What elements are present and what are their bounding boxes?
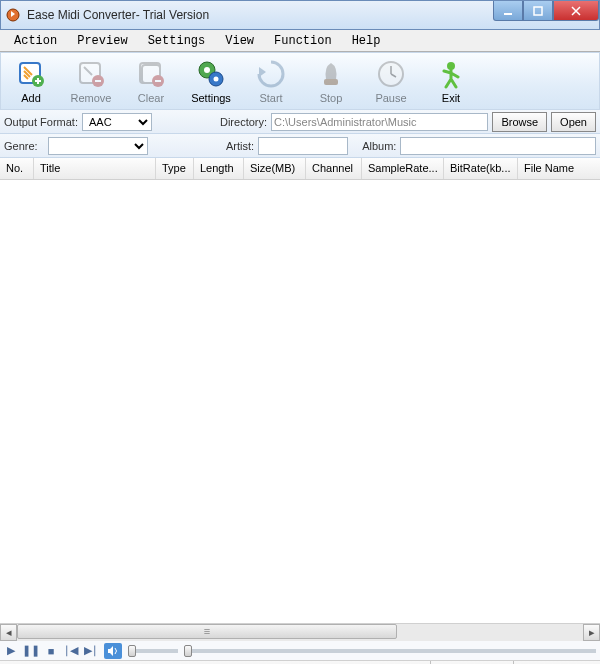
menu-settings[interactable]: Settings	[138, 30, 216, 51]
volume-icon[interactable]	[104, 643, 122, 659]
list-header: No. Title Type Length Size(MB) Channel S…	[0, 158, 600, 180]
play-icon[interactable]: ▶	[4, 644, 18, 658]
settings-label: Settings	[191, 92, 231, 104]
svg-point-11	[204, 67, 210, 73]
player-pause-icon[interactable]: ❚❚	[24, 644, 38, 658]
svg-rect-1	[504, 13, 512, 15]
col-size[interactable]: Size(MB)	[244, 158, 306, 179]
remove-icon	[75, 58, 107, 90]
menu-help[interactable]: Help	[342, 30, 391, 51]
window-controls	[493, 1, 599, 21]
svg-rect-14	[324, 79, 338, 85]
col-title[interactable]: Title	[34, 158, 156, 179]
horizontal-scrollbar[interactable]: ◂ ▸	[0, 624, 600, 641]
volume-slider[interactable]	[128, 649, 178, 653]
format-row: Output Format: AAC Directory: Browse Ope…	[0, 110, 600, 134]
menu-function[interactable]: Function	[264, 30, 342, 51]
menubar: Action Preview Settings View Function He…	[0, 30, 600, 52]
clear-button[interactable]: Clear	[127, 55, 175, 107]
directory-label: Directory:	[220, 116, 267, 128]
titlebar: Ease Midi Converter- Trial Version	[0, 0, 600, 30]
clear-label: Clear	[138, 92, 164, 104]
remove-button[interactable]: Remove	[67, 55, 115, 107]
volume-knob[interactable]	[128, 645, 136, 657]
scroll-right-button[interactable]: ▸	[583, 624, 600, 641]
close-button[interactable]	[553, 1, 599, 21]
stop-icon	[315, 58, 347, 90]
col-type[interactable]: Type	[156, 158, 194, 179]
next-icon[interactable]: ▶∣	[84, 644, 98, 658]
player-bar: ▶ ❚❚ ■ ∣◀ ▶∣	[0, 641, 600, 661]
seek-slider[interactable]	[184, 649, 596, 653]
col-length[interactable]: Length	[194, 158, 244, 179]
menu-preview[interactable]: Preview	[67, 30, 137, 51]
start-icon	[255, 58, 287, 90]
minimize-button[interactable]	[493, 1, 523, 21]
output-format-select[interactable]: AAC	[82, 113, 152, 131]
output-format-label: Output Format:	[4, 116, 78, 128]
maximize-button[interactable]	[523, 1, 553, 21]
start-button[interactable]: Start	[247, 55, 295, 107]
seek-knob[interactable]	[184, 645, 192, 657]
menu-action[interactable]: Action	[4, 30, 67, 51]
start-label: Start	[259, 92, 282, 104]
scroll-track[interactable]	[17, 624, 583, 641]
scroll-thumb[interactable]	[17, 624, 397, 639]
player-stop-icon[interactable]: ■	[44, 644, 58, 658]
app-icon	[5, 7, 21, 23]
file-list[interactable]	[0, 180, 600, 624]
artist-input[interactable]	[258, 137, 348, 155]
add-button[interactable]: Add	[7, 55, 55, 107]
col-bitrate[interactable]: BitRate(kb...	[444, 158, 518, 179]
exit-label: Exit	[442, 92, 460, 104]
exit-icon	[435, 58, 467, 90]
exit-button[interactable]: Exit	[427, 55, 475, 107]
remove-label: Remove	[71, 92, 112, 104]
window-title: Ease Midi Converter- Trial Version	[27, 8, 209, 22]
toolbar: Add Remove Clear Settings Start Stop Pau…	[0, 52, 600, 110]
stop-label: Stop	[320, 92, 343, 104]
settings-button[interactable]: Settings	[187, 55, 235, 107]
stop-button[interactable]: Stop	[307, 55, 355, 107]
genre-label: Genre:	[4, 140, 44, 152]
open-button[interactable]: Open	[551, 112, 596, 132]
directory-input[interactable]	[271, 113, 488, 131]
menu-view[interactable]: View	[215, 30, 264, 51]
prev-icon[interactable]: ∣◀	[64, 644, 78, 658]
genre-select[interactable]	[48, 137, 148, 155]
col-filename[interactable]: File Name	[518, 158, 600, 179]
svg-rect-2	[534, 7, 542, 15]
clear-icon	[135, 58, 167, 90]
album-label: Album:	[362, 140, 396, 152]
meta-row: Genre: Artist: Album:	[0, 134, 600, 158]
pause-icon	[375, 58, 407, 90]
col-samplerate[interactable]: SampleRate...	[362, 158, 444, 179]
col-no[interactable]: No.	[0, 158, 34, 179]
add-label: Add	[21, 92, 41, 104]
pause-label: Pause	[375, 92, 406, 104]
pause-button[interactable]: Pause	[367, 55, 415, 107]
browse-button[interactable]: Browse	[492, 112, 547, 132]
scroll-left-button[interactable]: ◂	[0, 624, 17, 641]
add-icon	[15, 58, 47, 90]
col-channel[interactable]: Channel	[306, 158, 362, 179]
svg-point-13	[214, 77, 219, 82]
gear-icon	[195, 58, 227, 90]
album-input[interactable]	[400, 137, 596, 155]
artist-label: Artist:	[226, 140, 254, 152]
